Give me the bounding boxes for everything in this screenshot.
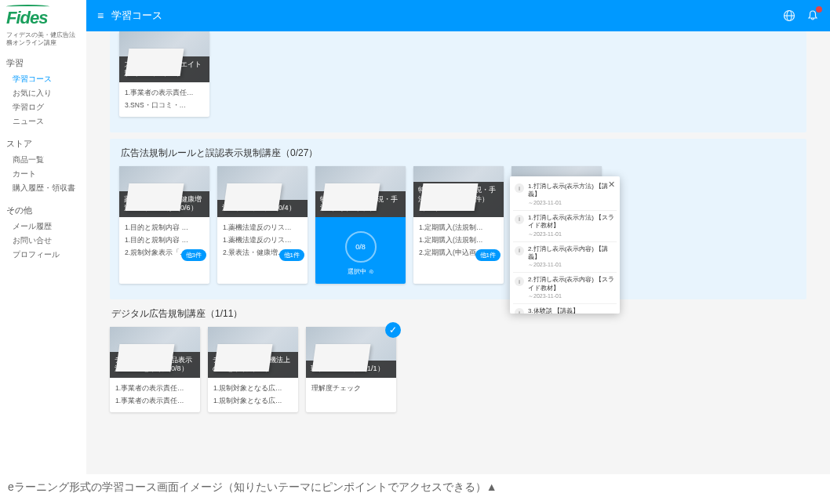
card-title: 法違反のリスク（0/4） xyxy=(217,200,308,217)
nav-purchase-history[interactable]: 購入履歴・領収書 xyxy=(6,181,80,195)
card-title: 特に注意すべき表現・手法（品質・規格） xyxy=(315,191,406,217)
nav-news[interactable]: ニュース xyxy=(6,114,80,129)
card-title: デジタル広告の景品表示法上の留意事項（0/8） xyxy=(110,352,200,378)
lesson-line: 3.SNS・口コミ・… xyxy=(125,100,204,112)
lesson-line: 1.事業者の表示責任… xyxy=(125,87,204,100)
more-badge: 他1件 xyxy=(475,249,501,261)
popup-item-title: 1.打消し表示(表示方法) 【講義】 xyxy=(528,183,615,199)
lesson-line: 1.定期購入(法規制… xyxy=(419,222,498,234)
card-title: 理解度チェック（1/1） xyxy=(306,361,396,378)
lesson-line: 1.薬機法違反のリス… xyxy=(223,222,302,234)
course-card[interactable]: 理解度チェック（1/1）理解度チェック✓ xyxy=(306,327,396,412)
lesson-line: 1.薬機法違反のリス… xyxy=(223,234,302,247)
more-badge: 他1件 xyxy=(279,249,304,261)
popup-item-title: 2.打消し表示(表示内容) 【講義】 xyxy=(528,245,615,262)
popup-item-date: ～2023-11-01 xyxy=(528,230,615,238)
lesson-line: 1.目的と規制内容 … xyxy=(125,234,204,247)
course-card[interactable]: 法違反のリスク（0/4）1.薬機法違反のリス…1.薬機法違反のリス…2.景表法・… xyxy=(217,166,308,284)
nav-mail-history[interactable]: メール履歴 xyxy=(6,219,80,234)
popup-lesson-item[interactable]: i1.打消し表示(表示方法) 【講義】～2023-11-01 xyxy=(513,179,617,211)
info-icon: i xyxy=(515,246,524,256)
popup-item-title: 1.打消し表示(表示方法) 【スライド教材】 xyxy=(528,214,615,230)
nav-contact[interactable]: お問い合せ xyxy=(6,234,80,248)
page-title: 学習コース xyxy=(111,9,162,23)
nav-products[interactable]: 商品一覧 xyxy=(6,153,80,167)
nav-cart[interactable]: カート xyxy=(6,167,80,181)
popup-item-title: 3.体験談 【講義】 xyxy=(528,307,579,314)
popup-item-date: ～2023-11-01 xyxy=(528,292,615,300)
info-icon: i xyxy=(515,215,524,224)
nav-study-course[interactable]: 学習コース xyxy=(6,72,80,86)
course-card[interactable]: デジタル広告の景品表示法上の留意事項（0/8）1.事業者の表示責任…1.事業者の… xyxy=(110,327,200,412)
card-title: デジタル広告の薬機法上の留意事項（0/2） xyxy=(208,352,298,378)
popup-item-title: 2.打消し表示(表示内容) 【スライド教材】 xyxy=(528,276,615,292)
header: ≡ 学習コース xyxy=(86,0,830,31)
info-icon: i xyxy=(515,308,524,314)
course-card[interactable]: デジタル広告の薬機法上の留意事項（0/2）1.規制対象となる広…1.規制対象とな… xyxy=(208,327,298,412)
lesson-line: 理解度チェック xyxy=(311,383,391,395)
course-card[interactable]: 特に注意すべき表現・手法（価格・取引条件）（0/4）1.定期購入(法規制…1.定… xyxy=(413,166,504,284)
menu-icon[interactable]: ≡ xyxy=(97,9,104,22)
lesson-line: 1.規制対象となる広… xyxy=(213,383,293,395)
more-badge: 他3件 xyxy=(181,249,206,261)
section-title: デジタル広告規制講座（1/11） xyxy=(110,307,806,321)
course-card[interactable]: 特に注意すべき表現・手法（品質・規格）0/8選択中 ⊙ xyxy=(315,166,406,284)
content-area: ステマ、アフィリエイト規制の理解（0/2）1.事業者の表示責任…3.SNS・口コ… xyxy=(86,31,830,474)
popup-lesson-item[interactable]: i1.打消し表示(表示方法) 【スライド教材】～2023-11-01 xyxy=(513,211,617,242)
lesson-line: 1.事業者の表示責任… xyxy=(115,395,195,408)
section-title: 広告法規制ルールと誤認表示規制講座（0/27） xyxy=(119,147,797,160)
sidebar: Fides フィデスの美・健広告法務オンライン講座 学習 学習コース お気に入り… xyxy=(0,0,86,474)
bell-icon[interactable] xyxy=(806,9,819,22)
lesson-line: 1.規制対象となる広… xyxy=(213,395,293,408)
check-icon: ✓ xyxy=(385,322,401,338)
image-caption: eラーニング形式の学習コース画面イメージ（知りたいテーマにピンポイントでアクセス… xyxy=(0,474,830,501)
logo: Fides xyxy=(6,8,80,28)
card-title: ステマ、アフィリエイト規制の理解（0/2） xyxy=(119,56,209,82)
popup-lesson-item[interactable]: i3.体験談 【講義】 xyxy=(513,304,617,314)
globe-icon[interactable] xyxy=(783,9,795,22)
logo-subtitle: フィデスの美・健広告法務オンライン講座 xyxy=(6,31,80,48)
close-icon[interactable]: ✕ xyxy=(608,179,615,190)
lesson-line: 1.目的と規制内容 … xyxy=(125,222,204,234)
lesson-line: 1.定期購入(法規制… xyxy=(419,234,498,247)
notification-badge xyxy=(816,6,822,13)
course-card[interactable]: ステマ、アフィリエイト規制の理解（0/2）1.事業者の表示責任…3.SNS・口コ… xyxy=(119,31,209,117)
card-title: 薬機法・景表法・健康増進法の位置づけ（0/6） xyxy=(119,191,209,217)
status-label: 選択中 ⊙ xyxy=(315,267,406,276)
lesson-line: 1.事業者の表示責任… xyxy=(115,383,195,395)
info-icon: i xyxy=(515,183,524,193)
popup-item-date: ～2023-11-01 xyxy=(528,261,615,269)
popup-lesson-item[interactable]: i2.打消し表示(表示内容) 【講義】～2023-11-01 xyxy=(513,242,617,274)
progress-ring: 0/8 xyxy=(345,231,377,263)
lesson-popup: ✕ i1.打消し表示(表示方法) 【講義】～2023-11-01i1.打消し表示… xyxy=(510,176,620,314)
nav-profile[interactable]: プロフィール xyxy=(6,248,80,262)
nav-section-store: ストア xyxy=(6,138,80,150)
nav-study-log[interactable]: 学習ログ xyxy=(6,100,80,114)
popup-lesson-item[interactable]: i2.打消し表示(表示内容) 【スライド教材】～2023-11-01 xyxy=(513,273,617,304)
course-card[interactable]: 薬機法・景表法・健康増進法の位置づけ（0/6）1.目的と規制内容 …1.目的と規… xyxy=(119,166,209,284)
nav-section-study: 学習 xyxy=(6,57,80,69)
info-icon: i xyxy=(515,277,524,286)
popup-item-date: ～2023-11-01 xyxy=(528,199,615,207)
nav-favorites[interactable]: お気に入り xyxy=(6,86,80,100)
nav-section-other: その他 xyxy=(6,205,80,216)
card-title: 特に注意すべき表現・手法（価格・取引条件）（0/4） xyxy=(413,182,504,217)
